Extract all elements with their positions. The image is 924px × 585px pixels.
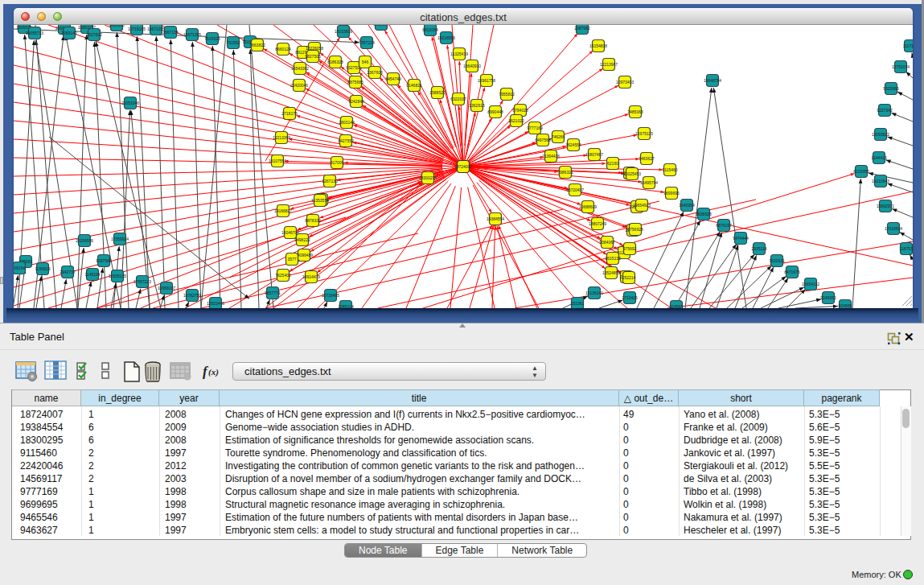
svg-text:7357224: 7357224: [359, 40, 375, 45]
svg-text:12923446: 12923446: [207, 301, 224, 306]
svg-text:9463627: 9463627: [639, 156, 655, 161]
svg-text:9227342: 9227342: [877, 108, 893, 113]
svg-text:751552: 751552: [227, 40, 240, 45]
svg-text:252214: 252214: [622, 275, 636, 280]
svg-text:9474444: 9474444: [733, 236, 749, 241]
svg-text:8938928: 8938928: [696, 212, 712, 216]
svg-text:1640954: 1640954: [679, 203, 695, 208]
svg-text:62160: 62160: [607, 161, 618, 166]
svg-text:3267130: 3267130: [322, 179, 338, 183]
svg-text:7485063: 7485063: [627, 109, 643, 114]
svg-text:2942737: 2942737: [60, 270, 76, 274]
svg-text:18724007: 18724007: [454, 164, 472, 169]
svg-text:151361: 151361: [571, 301, 585, 306]
svg-text:1588520: 1588520: [429, 90, 446, 95]
svg-text:19055713: 19055713: [26, 31, 43, 35]
svg-text:924565: 924565: [670, 304, 684, 308]
svg-text:9498222: 9498222: [294, 237, 310, 242]
svg-text:8186328: 8186328: [327, 60, 343, 64]
svg-text:3577: 3577: [287, 257, 296, 262]
svg-text:9084067: 9084067: [599, 240, 615, 245]
svg-text:1615132: 1615132: [605, 256, 621, 261]
svg-text:3624554: 3624554: [565, 142, 581, 147]
svg-text:9777169: 9777169: [527, 126, 543, 130]
svg-text:924565: 924565: [839, 303, 852, 308]
svg-text:1117123: 1117123: [903, 43, 913, 48]
svg-text:116753: 116753: [900, 246, 913, 251]
svg-text:2718176: 2718176: [281, 111, 298, 116]
svg-text:16154838: 16154838: [589, 43, 607, 48]
svg-text:14914479: 14914479: [302, 274, 320, 279]
svg-text:1527602: 1527602: [86, 32, 102, 37]
svg-text:10807487: 10807487: [585, 152, 603, 157]
svg-text:1362615: 1362615: [469, 103, 485, 108]
svg-text:917006: 917006: [331, 160, 344, 165]
svg-text:1667135: 1667135: [162, 30, 179, 35]
svg-text:16648784: 16648784: [704, 78, 721, 83]
svg-text:9756928: 9756928: [627, 227, 643, 232]
svg-text:10688609: 10688609: [579, 204, 597, 209]
svg-text:8878332: 8878332: [305, 218, 321, 223]
svg-text:12213967: 12213967: [600, 62, 618, 67]
svg-text:19384554: 19384554: [487, 216, 504, 221]
svg-text:10654112: 10654112: [802, 282, 819, 286]
svg-text:9827505: 9827505: [305, 54, 321, 59]
svg-text:7515526: 7515526: [204, 36, 220, 41]
svg-text:16640910: 16640910: [463, 64, 481, 68]
svg-text:16107554: 16107554: [269, 159, 286, 163]
svg-text:7663822: 7663822: [249, 43, 265, 47]
svg-text:1156829: 1156829: [35, 266, 50, 271]
svg-text:15716485: 15716485: [322, 293, 339, 298]
svg-text:21364436: 21364436: [542, 154, 560, 159]
svg-text:9329966: 9329966: [883, 86, 899, 91]
svg-text:1065214: 1065214: [338, 304, 354, 308]
svg-text:16210643: 16210643: [872, 179, 889, 183]
svg-text:6879197: 6879197: [716, 223, 732, 228]
svg-text:15720407: 15720407: [566, 187, 584, 192]
svg-text:19654923: 19654923: [633, 203, 651, 208]
svg-text:7986322: 7986322: [557, 170, 573, 175]
svg-text:10671355: 10671355: [183, 32, 201, 37]
svg-text:17016504: 17016504: [885, 226, 902, 231]
svg-text:10025453: 10025453: [623, 171, 641, 176]
svg-text:20206556: 20206556: [76, 238, 93, 243]
svg-text:7632621: 7632621: [769, 258, 785, 263]
svg-text:16033809: 16033809: [335, 29, 352, 34]
svg-text:8427552: 8427552: [338, 138, 354, 143]
svg-text:9699695: 9699695: [663, 191, 680, 196]
svg-text:9115460: 9115460: [662, 167, 677, 172]
svg-text:7955812: 7955812: [499, 92, 515, 97]
svg-text:19218596: 19218596: [437, 35, 455, 40]
svg-text:7625402: 7625402: [275, 273, 291, 278]
svg-text:11325419: 11325419: [450, 51, 468, 56]
svg-text:16495794: 16495794: [640, 180, 658, 185]
svg-text:9397586: 9397586: [96, 258, 112, 263]
svg-text:10958107: 10958107: [158, 286, 175, 290]
svg-text:546: 546: [362, 60, 369, 64]
svg-text:16782759: 16782759: [183, 293, 201, 298]
svg-text:9146821: 9146821: [406, 83, 422, 88]
svg-text:8813054: 8813054: [373, 25, 389, 27]
svg-text:16543362: 16543362: [291, 66, 309, 71]
svg-text:8990448: 8990448: [487, 109, 503, 114]
svg-text:12093822: 12093822: [872, 132, 889, 137]
svg-text:22420046: 22420046: [290, 83, 308, 88]
svg-text:18300295: 18300295: [419, 175, 437, 180]
svg-text:9245652: 9245652: [820, 295, 836, 300]
svg-text:6322037: 6322037: [450, 97, 466, 101]
svg-text:2367608: 2367608: [367, 70, 383, 75]
svg-text:15751074: 15751074: [892, 64, 910, 69]
svg-text:15136141: 15136141: [585, 290, 603, 295]
svg-text:12505135: 12505135: [109, 274, 126, 278]
svg-text:8813054: 8813054: [422, 27, 438, 32]
svg-text:6794028: 6794028: [512, 108, 528, 113]
svg-text:10719155: 10719155: [128, 27, 146, 31]
svg-text:20053346: 20053346: [121, 101, 139, 105]
svg-text:746266: 746266: [552, 134, 565, 139]
svg-text:2803144: 2803144: [339, 120, 355, 125]
svg-text:9242848: 9242848: [348, 99, 364, 104]
svg-text:12975115: 12975115: [635, 131, 653, 136]
svg-text:15692971: 15692971: [877, 204, 894, 208]
svg-text:13524851: 13524851: [602, 270, 620, 275]
svg-text:(x): (x): [208, 367, 219, 377]
